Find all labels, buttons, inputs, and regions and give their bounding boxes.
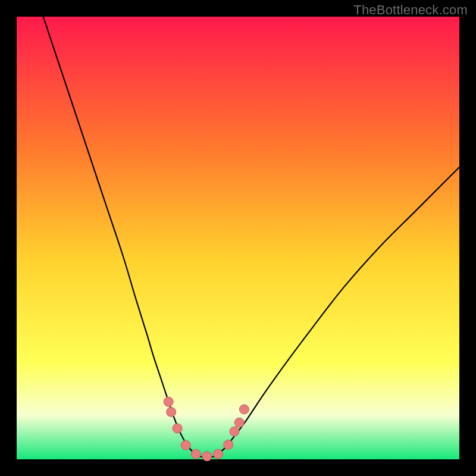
data-dot (191, 449, 201, 459)
data-dot (224, 440, 233, 449)
series-left-curve (43, 17, 198, 455)
data-dot (181, 440, 190, 450)
data-dot (164, 397, 173, 406)
data-dot (234, 418, 244, 427)
watermark-text: TheBottleneck.com (353, 2, 468, 18)
series-right-curve (216, 167, 459, 455)
plot-area (17, 17, 459, 459)
data-dot (239, 405, 249, 414)
data-dot (202, 452, 212, 461)
data-dot (230, 427, 239, 436)
chart-curves (17, 17, 459, 459)
data-dot (214, 449, 223, 459)
data-dot (173, 424, 182, 433)
data-dot (167, 407, 176, 416)
outer-frame: TheBottleneck.com (0, 0, 476, 476)
